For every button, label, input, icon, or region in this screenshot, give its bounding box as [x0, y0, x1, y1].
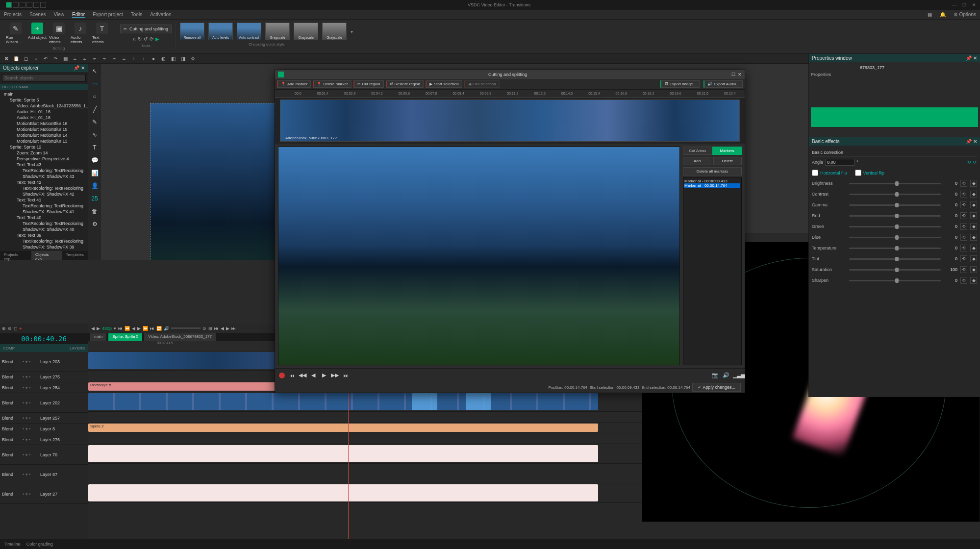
tl-icon[interactable]: ◀ [221, 326, 224, 331]
bell-icon[interactable]: 🔔 [940, 12, 946, 17]
tl-icon[interactable]: ⏮ [214, 326, 219, 331]
blend-mode[interactable]: Blend [2, 385, 20, 390]
toolbar-icon[interactable]: ○ [32, 55, 39, 62]
style-auto-levels[interactable]: Auto levels [208, 23, 233, 40]
pin-icon[interactable]: 📌 [966, 139, 972, 144]
tl-icon[interactable]: ▶ [137, 326, 141, 331]
keyframe-icon[interactable]: ◆ [970, 223, 977, 230]
layer-list[interactable]: Blend• ▾ •Layer 203Blend• ▾ •Layer 275Bl… [0, 352, 88, 539]
marker-list[interactable]: Marker at - 00:00:09.433 Marker at - 00:… [683, 177, 742, 365]
line-icon[interactable]: ╱ [90, 105, 99, 114]
preview-video[interactable] [278, 147, 680, 365]
keyframe-icon[interactable]: ◆ [970, 201, 977, 208]
delete-marker-button[interactable]: 📍Delete marker [313, 80, 351, 88]
toolbar-icon[interactable]: ▦ [62, 55, 69, 62]
cutting-splitting-button[interactable]: ✂ Cutting and splitting [120, 25, 172, 33]
tree-item[interactable]: Text: Text 39 [0, 232, 88, 238]
menu-tools[interactable]: Tools [131, 12, 142, 17]
tree-item[interactable]: ShadowFX: ShadowFX 40 [0, 226, 88, 232]
tab-video[interactable]: Video: AdobeStock_508679803_177 [144, 333, 216, 341]
status-timeline[interactable]: Timeline [4, 542, 21, 547]
layer-row[interactable]: Blend• ▾ •Layer 202 [0, 393, 88, 413]
qa-icon[interactable] [26, 2, 32, 8]
reset-icon[interactable]: ⟲ [960, 234, 967, 241]
tl-icon[interactable]: ⊖ [8, 326, 12, 331]
tree-item[interactable]: TextRecoloring: TextRecoloring [0, 168, 88, 174]
layer-visibility[interactable]: • ▾ • [23, 400, 37, 405]
layer-row[interactable]: Blend• ▾ •Layer 70 [0, 445, 88, 465]
tl-icon[interactable]: ⊕ [2, 326, 6, 331]
video-effects-button[interactable]: ▣Video effects [49, 23, 69, 44]
first-frame-icon[interactable]: ⏮ [288, 373, 296, 378]
layer-visibility[interactable]: • ▾ • [23, 374, 37, 379]
tree-item[interactable]: Audio: Hit_01_16 [0, 115, 88, 121]
tree-item[interactable]: TextRecoloring: TextRecoloring [0, 185, 88, 191]
clip-selection[interactable] [466, 393, 491, 410]
thumbnail-strip[interactable]: 00:000:01.400:02.800:04.200:05.600:07.00… [275, 90, 745, 144]
gear-icon[interactable]: ⚙ [90, 220, 99, 228]
tree-item[interactable]: ShadowFX: ShadowFX 41 [0, 209, 88, 215]
tab-cut-areas[interactable]: Cut Areas [683, 147, 712, 155]
layer-row[interactable]: Blend• ▾ •Layer 257 [0, 413, 88, 424]
trash-icon[interactable]: 🗑 [90, 207, 99, 216]
layer-row[interactable]: Blend• ▾ •Layer 27 [0, 484, 88, 504]
keyframe-icon[interactable]: ◆ [970, 212, 977, 219]
close-icon[interactable]: ✕ [973, 55, 977, 61]
blend-mode[interactable]: Blend [2, 400, 20, 405]
end-selection-button[interactable]: ◀End selection [464, 80, 500, 88]
style-more-icon[interactable]: ▾ [351, 29, 353, 34]
tree-item[interactable]: TextRecoloring: TextRecoloring [0, 238, 88, 244]
tree-item[interactable]: TextRecoloring: TextRecoloring [0, 203, 88, 209]
rect-icon[interactable]: ▭ [90, 79, 99, 88]
tl-icon[interactable]: ◀ [132, 326, 135, 331]
layer-visibility[interactable]: • ▾ • [23, 385, 37, 390]
menu-export[interactable]: Export project [93, 12, 123, 17]
tree-item[interactable]: Sprite: Sprite 5 [0, 97, 88, 103]
tool-icon[interactable]: ▶ [155, 36, 159, 42]
clip-sprite[interactable]: Sprite 2 [88, 424, 598, 432]
effect-slider[interactable] [849, 204, 941, 206]
flip-v-checkbox[interactable]: Vertical flip [855, 170, 885, 176]
prev-icon[interactable]: ◀ [309, 372, 317, 378]
menu-editor[interactable]: Editor [72, 12, 85, 18]
reset-icon[interactable]: ⟲ [960, 277, 967, 284]
toolbar-icon[interactable]: ⫠ [81, 55, 88, 62]
status-color-grading[interactable]: Color grading [26, 542, 53, 547]
play-icon[interactable]: ▶ [320, 372, 328, 378]
tree-item[interactable]: ShadowFX: ShadowFX 43 [0, 174, 88, 179]
clip-audio-wave[interactable] [88, 484, 598, 501]
layer-visibility[interactable]: • ▾ • [23, 492, 37, 497]
qa-icon[interactable] [6, 2, 12, 8]
add-marker-button[interactable]: 📍Add marker [277, 80, 311, 88]
reset-icon[interactable]: ⟲ [960, 255, 967, 262]
menu-activation[interactable]: Activation [150, 12, 171, 17]
qa-icon[interactable] [13, 2, 19, 8]
menu-view[interactable]: View [53, 12, 64, 17]
blend-mode[interactable]: Blend [2, 452, 20, 457]
tab-sprite[interactable]: Sprite: Sprite 5 [108, 333, 142, 341]
prev-frame-icon[interactable]: ◀◀ [299, 372, 306, 378]
text-icon[interactable]: T [90, 143, 99, 152]
tab-markers[interactable]: Markers [712, 147, 742, 155]
tool-icon[interactable]: ⟳ [150, 36, 153, 42]
tl-nav-icon[interactable]: ▶ [97, 326, 100, 331]
toolbar-icon[interactable]: ⫠ [121, 55, 127, 62]
tl-nav-icon[interactable]: ◀ [91, 326, 95, 331]
effect-slider[interactable] [849, 248, 941, 249]
tree-item[interactable]: Text: Text 43 [0, 162, 88, 168]
clip-thumbs[interactable] [88, 393, 598, 410]
rotate-left-icon[interactable]: ⟲ [967, 160, 971, 165]
marker-item[interactable]: Marker at - 00:00:09.433 [684, 179, 740, 183]
tl-icon[interactable]: ⊙ [202, 326, 206, 331]
tl-icon[interactable]: ▶ [226, 326, 229, 331]
tl-icon[interactable]: ◻ [14, 326, 17, 331]
blend-mode[interactable]: Blend [2, 359, 20, 364]
tl-icon[interactable]: ⊞ [208, 326, 212, 331]
record-icon[interactable] [279, 373, 285, 378]
keyframe-icon[interactable]: ◆ [970, 277, 977, 284]
style-grayscale[interactable]: Grayscale [322, 23, 347, 40]
tl-icon[interactable]: 🔊 [164, 326, 169, 331]
keyframe-icon[interactable]: ◆ [970, 255, 977, 262]
effect-slider[interactable] [849, 215, 941, 217]
reset-icon[interactable]: ⟲ [960, 245, 967, 251]
